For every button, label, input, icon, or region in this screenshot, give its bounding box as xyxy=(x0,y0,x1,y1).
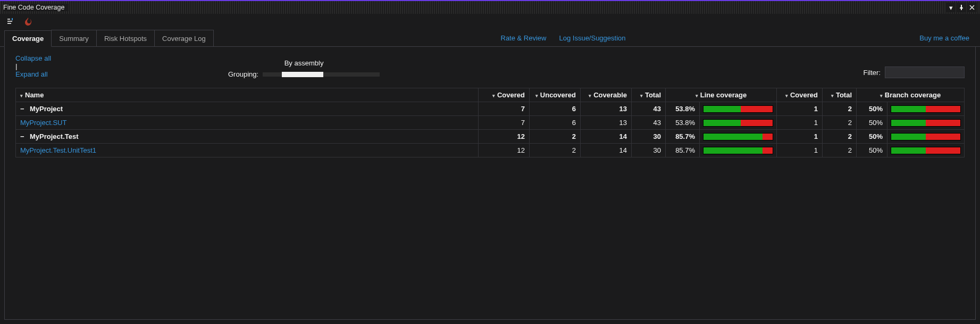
coverage-bar xyxy=(891,147,961,154)
col-branch-total[interactable]: ▾Total xyxy=(823,88,857,102)
line-pct-cell: 85.7% xyxy=(666,130,700,144)
total-cell: 30 xyxy=(632,130,666,144)
branch-covered-cell: 1 xyxy=(777,130,823,144)
grouping-label: Grouping: xyxy=(228,70,258,78)
branch-total-cell: 2 xyxy=(823,116,857,130)
log-issue-link[interactable]: Log Issue/Suggestion xyxy=(552,30,632,46)
sort-icon: ▾ xyxy=(589,93,591,98)
coverage-content: Collapse all | Expand all By assembly Gr… xyxy=(4,47,976,320)
tab-risk-hotspots[interactable]: Risk Hotspots xyxy=(96,30,155,46)
uncovered-cell: 2 xyxy=(530,144,581,157)
coverage-bar xyxy=(703,119,773,127)
covered-cell: 12 xyxy=(479,144,530,157)
coverable-cell: 13 xyxy=(581,102,632,116)
collapse-icon[interactable]: − xyxy=(20,105,26,113)
covered-cell: 7 xyxy=(479,102,530,116)
covered-cell: 7 xyxy=(479,116,530,130)
tab-coverage[interactable]: Coverage xyxy=(4,30,52,47)
branch-bar-cell xyxy=(887,116,965,130)
branch-bar-cell xyxy=(887,102,965,116)
coverable-cell: 14 xyxy=(581,144,632,157)
branch-total-cell: 2 xyxy=(823,130,857,144)
svg-rect-3 xyxy=(12,18,13,20)
close-icon[interactable] xyxy=(967,3,977,12)
row-name[interactable]: MyProject.SUT xyxy=(20,119,66,127)
branch-covered-cell: 1 xyxy=(777,102,823,116)
pin-icon[interactable] xyxy=(957,3,966,12)
uncovered-cell: 6 xyxy=(530,102,581,116)
svg-rect-1 xyxy=(7,21,12,22)
col-covered[interactable]: ▾Covered xyxy=(479,88,530,102)
table-row: MyProject.SUT76134353.8%1250% xyxy=(16,116,965,130)
col-name[interactable]: ▾Name xyxy=(16,88,479,102)
sort-icon: ▾ xyxy=(696,93,698,98)
table-row: MyProject.Test.UnitTest1122143085.7%1250… xyxy=(16,144,965,157)
col-branch-covered[interactable]: ▾Covered xyxy=(777,88,823,102)
branch-pct-cell: 50% xyxy=(857,130,887,144)
row-name: MyProject.Test xyxy=(30,132,79,140)
coverage-bar xyxy=(891,105,961,113)
clear-ui-icon[interactable] xyxy=(6,17,16,27)
line-bar-cell xyxy=(700,116,777,130)
table-group-row: −MyProject.Test122143085.7%1250% xyxy=(16,130,965,144)
sort-icon: ▾ xyxy=(640,93,643,98)
line-bar-cell xyxy=(700,130,777,144)
window-title: Fine Code Coverage xyxy=(3,4,69,11)
group-name-cell: −MyProject xyxy=(16,102,479,116)
total-cell: 43 xyxy=(632,116,666,130)
buy-coffee-link[interactable]: Buy me a coffee xyxy=(913,30,976,46)
svg-rect-0 xyxy=(7,19,10,20)
table-header-row: ▾Name ▾Covered ▾Uncovered ▾Coverable ▾To… xyxy=(16,88,965,102)
branch-pct-cell: 50% xyxy=(857,102,887,116)
branch-total-cell: 2 xyxy=(823,144,857,157)
coverable-cell: 14 xyxy=(581,130,632,144)
titlebar: Fine Code Coverage ▾ xyxy=(0,1,980,14)
col-uncovered[interactable]: ▾Uncovered xyxy=(530,88,581,102)
total-cell: 43 xyxy=(632,102,666,116)
item-name-cell[interactable]: MyProject.Test.UnitTest1 xyxy=(16,144,479,157)
covered-cell: 12 xyxy=(479,130,530,144)
col-branch-coverage[interactable]: ▾Branch coverage xyxy=(857,88,965,102)
collapse-all-link[interactable]: Collapse all xyxy=(15,54,228,62)
item-name-cell[interactable]: MyProject.SUT xyxy=(16,116,479,130)
branch-covered-cell: 1 xyxy=(777,144,823,157)
col-coverable[interactable]: ▾Coverable xyxy=(581,88,632,102)
window-menu-dropdown-icon[interactable]: ▾ xyxy=(946,3,956,12)
svg-rect-2 xyxy=(7,23,11,24)
filter-label: Filter: xyxy=(864,69,881,77)
group-name-cell: −MyProject.Test xyxy=(16,130,479,144)
branch-pct-cell: 50% xyxy=(857,116,887,130)
tab-coverage-log[interactable]: Coverage Log xyxy=(154,30,214,46)
sort-icon: ▾ xyxy=(492,93,495,98)
branch-bar-cell xyxy=(887,144,965,157)
coverable-cell: 13 xyxy=(581,116,632,130)
line-bar-cell xyxy=(700,102,777,116)
line-pct-cell: 53.8% xyxy=(666,102,700,116)
uncovered-cell: 6 xyxy=(530,116,581,130)
sort-icon: ▾ xyxy=(20,93,23,98)
table-group-row: −MyProject76134353.8%1250% xyxy=(16,102,965,116)
coverage-table: ▾Name ▾Covered ▾Uncovered ▾Coverable ▾To… xyxy=(15,88,965,157)
branch-covered-cell: 1 xyxy=(777,116,823,130)
coverage-bar xyxy=(703,105,773,113)
rate-review-link[interactable]: Rate & Review xyxy=(495,30,553,46)
row-name[interactable]: MyProject.Test.UnitTest1 xyxy=(20,146,96,154)
coverage-bar xyxy=(703,147,773,154)
separator: | xyxy=(15,62,17,70)
tab-row: Coverage Summary Risk Hotspots Coverage … xyxy=(0,30,980,47)
filter-input[interactable] xyxy=(885,67,965,78)
sort-icon: ▾ xyxy=(535,93,538,98)
branch-bar-cell xyxy=(887,130,965,144)
branch-pct-cell: 50% xyxy=(857,144,887,157)
line-pct-cell: 53.8% xyxy=(666,116,700,130)
grouping-slider[interactable] xyxy=(263,72,380,77)
col-total[interactable]: ▾Total xyxy=(632,88,666,102)
collapse-icon[interactable]: − xyxy=(20,132,26,140)
col-line-coverage[interactable]: ▾Line coverage xyxy=(666,88,777,102)
tab-summary[interactable]: Summary xyxy=(51,30,97,46)
expand-all-link[interactable]: Expand all xyxy=(15,70,228,78)
flame-icon[interactable] xyxy=(23,17,33,27)
coverage-bar xyxy=(891,119,961,127)
branch-total-cell: 2 xyxy=(823,102,857,116)
coverage-bar xyxy=(891,133,961,140)
